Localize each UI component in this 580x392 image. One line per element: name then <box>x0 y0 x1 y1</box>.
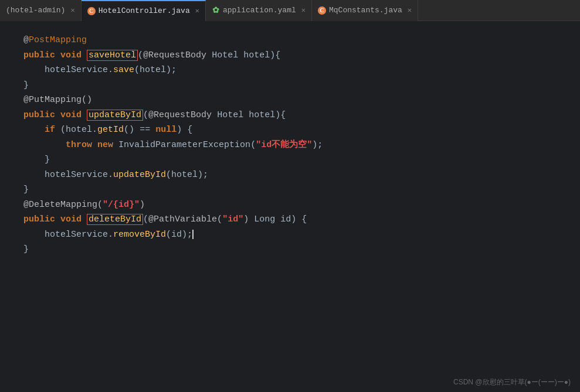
tab-hotel-admin-label: (hotel-admin) <box>6 6 65 15</box>
tab-hotel-admin[interactable]: (hotel-admin) ✕ <box>0 0 82 21</box>
tab-mq-constants-label: MqConstants.java <box>329 6 402 15</box>
tab-application-yaml-icon: ✿ <box>212 6 220 15</box>
code-line-17: public void deleteById(@PathVariable("id… <box>23 212 557 227</box>
code-line-19: } <box>23 242 557 257</box>
code-line-11: } <box>23 152 557 168</box>
tab-application-yaml-label: application.yaml <box>223 6 296 15</box>
tab-application-yaml-close[interactable]: ✕ <box>301 6 306 15</box>
tab-hotel-controller-close[interactable]: ✕ <box>195 6 199 15</box>
tab-mq-constants[interactable]: C MqConstants.java ✕ <box>312 0 418 21</box>
tab-bar: (hotel-admin) ✕ C HotelController.java ✕… <box>0 0 580 21</box>
tab-hotel-controller-label: HotelController.java <box>99 6 190 15</box>
code-line-7: @PutMapping() <box>23 93 557 108</box>
code-line-8: public void updateById(@RequestBody Hote… <box>23 108 557 123</box>
code-line-2: public void saveHotel(@RequestBody Hotel… <box>23 48 557 63</box>
code-line-12: hotelService.updateById(hotel); <box>23 168 557 183</box>
code-line-4: } <box>23 78 557 93</box>
tab-application-yaml[interactable]: ✿ application.yaml ✕ <box>206 0 312 21</box>
tab-mq-constants-close[interactable]: ✕ <box>408 6 412 15</box>
code-line-1: @PostMapping <box>23 33 557 48</box>
watermark: CSDN @欣慰的三叶草(●ー(ーー)ー●) <box>453 377 571 387</box>
code-line-13: } <box>23 182 557 197</box>
code-line-9: if (hotel.getId() == null) { <box>23 122 557 138</box>
code-line-16: @DeleteMapping("/{id}") <box>23 197 557 213</box>
tab-hotel-controller-icon: C <box>87 7 96 15</box>
tab-hotel-admin-close[interactable]: ✕ <box>70 6 74 15</box>
code-line-10: throw new InvalidParameterException("id不… <box>23 138 557 153</box>
tab-mq-constants-icon: C <box>318 6 326 15</box>
code-editor[interactable]: @PostMapping public void saveHotel(@Requ… <box>0 21 580 392</box>
code-line-18: hotelService.removeById(id); <box>23 227 557 243</box>
tab-hotel-controller[interactable]: C HotelController.java ✕ <box>82 0 206 21</box>
code-line-3: hotelService.save(hotel); <box>23 63 557 78</box>
